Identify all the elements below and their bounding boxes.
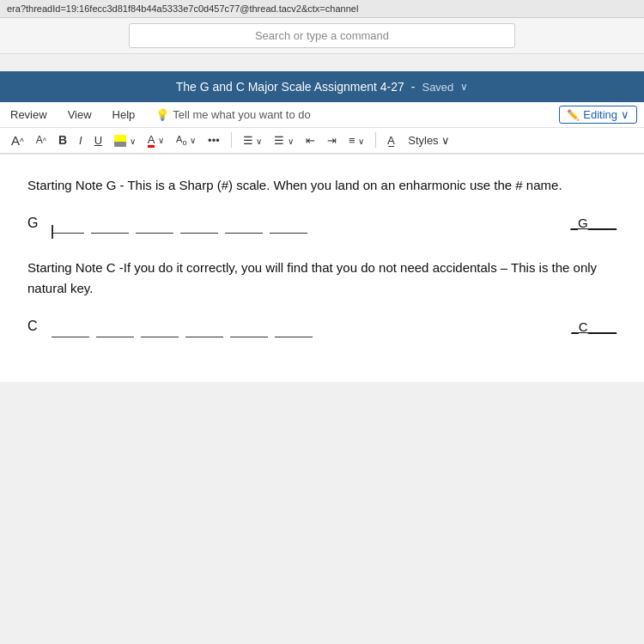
numbering-button[interactable]: ☰ ∨ xyxy=(270,132,298,149)
g-blank-5[interactable] xyxy=(225,218,263,234)
cursor-bar xyxy=(52,225,53,239)
g-blank-3[interactable] xyxy=(136,218,173,234)
c-scale-line: C _C____ xyxy=(27,315,617,337)
decrease-indent-button[interactable]: ⇤ xyxy=(301,132,319,149)
tell-me-container: 💡 Tell me what you want to do xyxy=(155,108,310,121)
separator-1 xyxy=(231,132,232,148)
c-blank-4[interactable] xyxy=(185,322,223,337)
c-end-container: _C____ xyxy=(571,317,617,337)
menu-bar: Review View Help 💡 Tell me what you want… xyxy=(0,102,644,128)
c-start-letter: C xyxy=(27,315,45,337)
numbering-icon: ☰ xyxy=(274,134,284,147)
title-chevron-icon[interactable]: ∨ xyxy=(460,81,468,93)
highlight-button[interactable]: ∨ xyxy=(110,132,140,149)
styles-chevron-icon: ∨ xyxy=(441,134,450,147)
increase-indent-icon: ⇥ xyxy=(327,134,337,147)
paragraph-c-intro: Starting Note C -If you do it correctly,… xyxy=(27,258,617,298)
subscript-button[interactable]: Ao ∨ xyxy=(172,131,200,149)
styles-button[interactable]: Styles ∨ xyxy=(403,132,454,149)
menu-review[interactable]: Review xyxy=(7,106,51,123)
c-blank-2[interactable] xyxy=(96,322,134,337)
font-color-icon: A xyxy=(148,134,155,148)
g-blank-1[interactable] xyxy=(52,218,84,234)
c-end-blank: _C____ xyxy=(571,317,617,337)
address-bar: era?threadId=19:16fecc3d81f84b44a5333e7c… xyxy=(0,0,644,18)
bullets-chevron-icon: ∨ xyxy=(256,137,262,146)
editing-chevron-icon: ∨ xyxy=(621,108,629,121)
title-bar: The G and C Major Scale Assignment 4-27 … xyxy=(0,71,644,102)
formatting-toolbar: A^ A^ B I U ∨ A ∨ Ao ∨ ••• ☰ ∨ ☰ ∨ ⇤ ⇥ ≡… xyxy=(0,128,644,155)
font-color-chevron-icon: ∨ xyxy=(158,136,164,145)
document-title: The G and C Major Scale Assignment 4-27 xyxy=(176,80,404,94)
font-size-up-button[interactable]: A^ xyxy=(7,132,28,149)
menu-view[interactable]: View xyxy=(64,106,95,123)
tell-me-text[interactable]: Tell me what you want to do xyxy=(173,108,310,121)
font-size-down-button[interactable]: A^ xyxy=(32,133,51,147)
c-blank-6[interactable] xyxy=(275,322,313,337)
italic-button[interactable]: I xyxy=(75,132,87,149)
highlight-icon xyxy=(114,135,126,147)
bullets-icon: ☰ xyxy=(243,134,253,147)
c-blank-1[interactable] xyxy=(52,322,89,337)
spacer xyxy=(0,54,644,71)
g-end-container: _G____ xyxy=(571,213,617,234)
line-spacing-button[interactable]: ≡ ∨ xyxy=(344,132,368,149)
separator-2 xyxy=(375,132,376,148)
search-input[interactable]: Search or type a command xyxy=(129,23,515,48)
editing-button[interactable]: ✏️ Editing ∨ xyxy=(559,106,637,124)
more-button[interactable]: ••• xyxy=(204,132,224,149)
underline-button[interactable]: U xyxy=(90,132,106,149)
decrease-indent-icon: ⇤ xyxy=(306,134,315,147)
c-blank-5[interactable] xyxy=(230,322,268,337)
title-separator: - xyxy=(411,80,416,94)
line-spacing-icon: ≡ xyxy=(349,134,355,147)
bullets-button[interactable]: ☰ ∨ xyxy=(239,132,267,149)
increase-indent-button[interactable]: ⇥ xyxy=(323,132,341,149)
saved-status: Saved xyxy=(422,81,453,94)
g-blank-6[interactable] xyxy=(270,218,307,234)
subscript-chevron-icon: ∨ xyxy=(190,136,196,145)
font-color-button[interactable]: A ∨ xyxy=(143,131,168,149)
c-blank-3[interactable] xyxy=(141,322,179,337)
bold-button[interactable]: B xyxy=(54,131,71,149)
lightbulb-icon: 💡 xyxy=(155,108,169,121)
styles-label: A̲ xyxy=(383,132,399,149)
document-content: Starting Note G - This is a Sharp (#) sc… xyxy=(0,155,644,382)
g-blank-2[interactable] xyxy=(91,218,129,234)
numbering-chevron-icon: ∨ xyxy=(288,137,294,146)
pencil-icon: ✏️ xyxy=(567,109,580,121)
paragraph-g-intro: Starting Note G - This is a Sharp (#) sc… xyxy=(27,175,617,195)
subscript-icon: Ao xyxy=(176,134,186,144)
g-blank-4[interactable] xyxy=(180,218,218,234)
g-start-letter: G xyxy=(27,212,45,234)
c-end-letter: C xyxy=(579,319,588,334)
g-scale-line: G _G____ xyxy=(27,212,617,234)
menu-help[interactable]: Help xyxy=(109,106,139,123)
styles-text: Styles xyxy=(408,134,438,147)
search-bar-container: Search or type a command xyxy=(0,18,644,54)
highlight-chevron-icon: ∨ xyxy=(130,137,136,146)
line-spacing-chevron-icon: ∨ xyxy=(358,137,364,146)
g-end-blank: _G____ xyxy=(571,213,617,234)
editing-label: Editing xyxy=(583,108,617,121)
g-end-letter: G xyxy=(578,216,588,230)
